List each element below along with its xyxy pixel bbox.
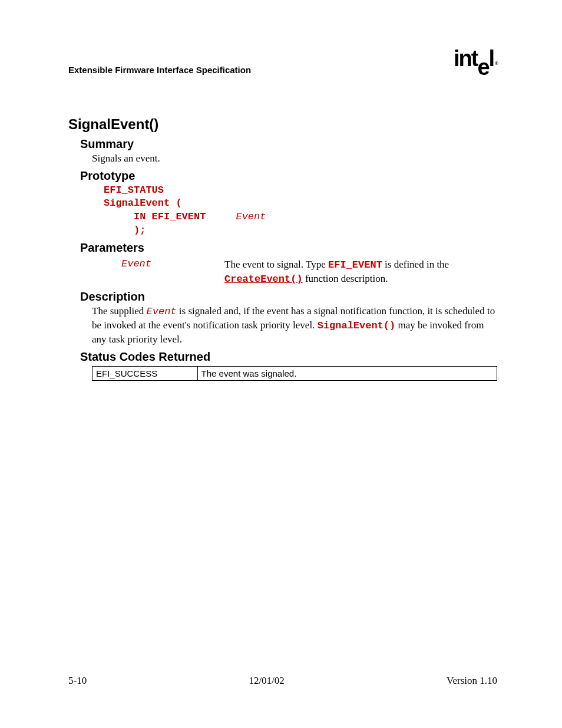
status-table: EFI_SUCCESS The event was signaled. [92, 366, 497, 381]
status-heading: Status Codes Returned [80, 350, 497, 364]
parameter-name: Event [121, 258, 224, 286]
parameter-description: The event to signal. Type EFI_EVENT is d… [224, 258, 497, 286]
prototype-block: EFI_STATUS SignalEvent ( IN EFI_EVENT Ev… [104, 184, 497, 238]
event-param-ref: Event [147, 306, 177, 317]
footer-version: Version 1.10 [447, 675, 497, 687]
doc-title: Extensible Firmware Interface Specificat… [68, 65, 251, 75]
page-header: Extensible Firmware Interface Specificat… [68, 47, 497, 75]
status-code: EFI_SUCCESS [92, 366, 198, 380]
function-title: SignalEvent() [68, 116, 497, 133]
summary-heading: Summary [80, 137, 497, 151]
createevent-link[interactable]: CreateEvent() [224, 274, 303, 285]
parameters-heading: Parameters [80, 241, 497, 255]
table-row: EFI_SUCCESS The event was signaled. [92, 366, 497, 380]
page-footer: 5-10 12/01/02 Version 1.10 [68, 675, 497, 687]
description-text: The supplied Event is signaled and, if t… [92, 305, 497, 347]
description-heading: Description [80, 290, 497, 304]
prototype-heading: Prototype [80, 169, 497, 183]
proto-param: Event [236, 211, 266, 222]
efi-event-type: EFI_EVENT [328, 259, 382, 271]
status-meaning: The event was signaled. [197, 366, 497, 380]
intel-logo: intel® [454, 47, 497, 75]
footer-page: 5-10 [68, 675, 87, 687]
footer-date: 12/01/02 [249, 675, 284, 687]
summary-text: Signals an event. [92, 152, 497, 166]
proto-line1: EFI_STATUS [104, 185, 164, 196]
parameter-row: Event The event to signal. Type EFI_EVEN… [121, 258, 497, 286]
proto-line4: ); [104, 225, 146, 236]
proto-line2: SignalEvent ( [104, 197, 182, 209]
proto-line3a: IN EFI_EVENT [104, 211, 236, 222]
signalevent-ref: SignalEvent() [318, 320, 396, 331]
